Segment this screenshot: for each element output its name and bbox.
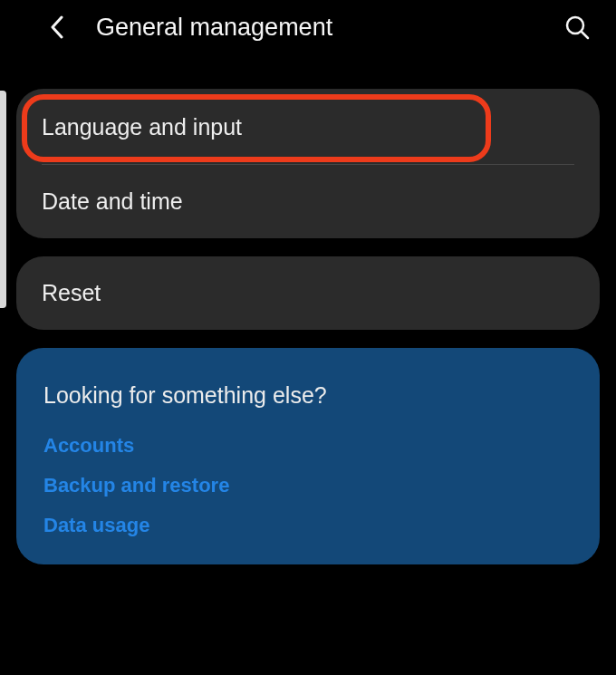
scroll-indicator[interactable]: [0, 91, 6, 308]
suggestions-title: Looking for something else?: [43, 382, 573, 409]
content: Language and input Date and time Reset L…: [0, 54, 616, 564]
list-item-reset[interactable]: Reset: [16, 256, 600, 330]
list-item-label: Date and time: [42, 188, 183, 214]
back-icon[interactable]: [45, 15, 69, 39]
page-title: General management: [96, 14, 563, 42]
header: General management: [0, 0, 616, 54]
suggestion-link-data-usage[interactable]: Data usage: [43, 514, 573, 537]
suggestion-link-backup[interactable]: Backup and restore: [43, 474, 573, 497]
settings-group-2: Reset: [16, 256, 600, 330]
suggestion-link-accounts[interactable]: Accounts: [43, 434, 573, 458]
list-item-date-time[interactable]: Date and time: [16, 165, 600, 238]
settings-group-1: Language and input Date and time: [16, 89, 600, 238]
list-item-language-input[interactable]: Language and input: [16, 89, 600, 164]
svg-line-1: [582, 32, 588, 38]
list-item-label: Reset: [42, 280, 101, 305]
search-icon[interactable]: [563, 14, 591, 41]
suggestions-card: Looking for something else? Accounts Bac…: [16, 348, 600, 564]
list-item-label: Language and input: [42, 114, 242, 140]
